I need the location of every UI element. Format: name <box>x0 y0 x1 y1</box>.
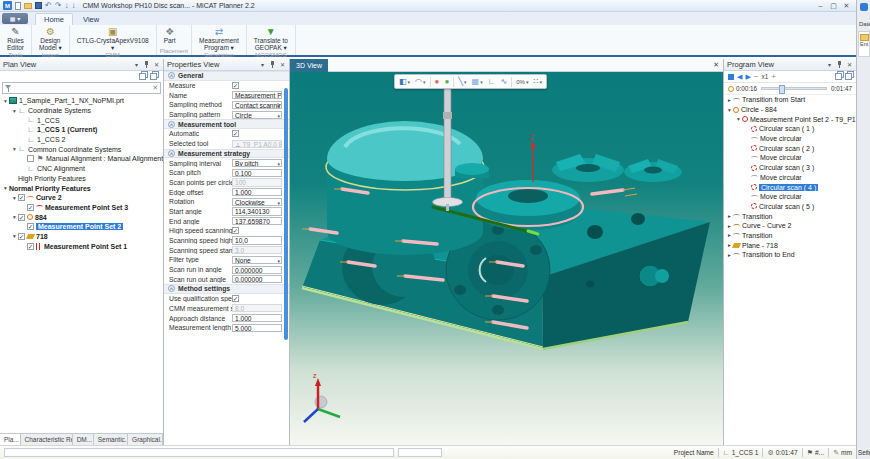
property-value-text[interactable]: 1,000 <box>232 314 282 322</box>
pin-icon[interactable] <box>836 60 843 69</box>
property-value-text[interactable]: 0,000000 <box>232 266 282 274</box>
part-button[interactable]: ❖Part <box>160 25 180 44</box>
checkbox[interactable]: ✓ <box>232 82 239 89</box>
plan-tab[interactable]: Pla... <box>0 434 21 445</box>
tree-item[interactable]: ▾✓884 <box>0 212 163 222</box>
property-value-select[interactable]: Circle▾ <box>232 111 282 119</box>
collapse-arrow-icon[interactable]: ▸ <box>726 223 733 229</box>
property-value-text[interactable]: 0,100 <box>232 169 282 177</box>
checkbox[interactable]: ✓ <box>18 233 25 240</box>
plan-tab[interactable]: Semantic... <box>94 434 128 445</box>
3d-model[interactable]: Z z <box>290 72 723 445</box>
tree-item[interactable]: Move circular <box>724 192 856 202</box>
property-value-text[interactable]: 137,659870 <box>232 217 282 225</box>
open-file-button[interactable] <box>24 3 32 9</box>
tree-item[interactable]: Move circular <box>724 173 856 183</box>
tree-item[interactable]: High Priority Features <box>0 174 163 184</box>
expand-arrow-icon[interactable]: ▾ <box>11 108 18 114</box>
arrow-down-button-2[interactable]: ↓ <box>71 2 75 10</box>
tree-item[interactable]: ▸Plane - 718 <box>724 240 856 250</box>
property-value-text[interactable]: Measurement Point Set 2 <box>232 91 282 99</box>
checkbox[interactable]: ✓ <box>27 243 34 250</box>
tree-item[interactable]: ▾∟Common Coordinate Systems <box>0 144 163 154</box>
timeline-handle[interactable] <box>779 85 785 94</box>
arrow-down-button-1[interactable]: ↓ <box>64 2 68 10</box>
tree-item[interactable]: Circular scan ( 3 ) <box>724 163 856 173</box>
checkbox[interactable]: ✓ <box>232 130 239 137</box>
tree-item[interactable]: ▾✓718 <box>0 232 163 242</box>
redo-button[interactable]: ↷ <box>55 2 62 10</box>
collapse-arrow-icon[interactable]: ▸ <box>726 213 733 219</box>
plan-tab[interactable]: DM... <box>73 434 94 445</box>
section-header[interactable]: ^Measurement tool <box>164 119 289 129</box>
tree-item[interactable]: Circular scan ( 2 ) <box>724 143 856 153</box>
checkbox[interactable]: ✓ <box>27 223 34 230</box>
minimize-button[interactable]: – <box>814 1 827 10</box>
property-value-text[interactable]: 5,000 <box>232 324 282 332</box>
tree-item[interactable]: ✓Measurement Point Set 1 <box>0 241 163 251</box>
speed-down-button[interactable]: − <box>754 73 759 81</box>
expand-arrow-icon[interactable]: ▾ <box>11 233 18 239</box>
tree-item[interactable]: ∟1_CCS 2 <box>0 135 163 145</box>
view-rotate-button[interactable]: ◠▾ <box>413 76 428 88</box>
section-header[interactable]: ^Measurement strategy <box>164 149 289 159</box>
property-value-select[interactable]: None▾ <box>232 256 282 264</box>
app-logo-icon[interactable]: M <box>3 1 12 10</box>
new-file-button[interactable] <box>15 2 21 10</box>
tree-item[interactable]: ✓Measurement Point Set 3 <box>0 203 163 213</box>
tree-item[interactable]: ▾✓Curve 2 <box>0 193 163 203</box>
measurement-program-button[interactable]: ⇄Measurement Program ▾ <box>195 25 243 51</box>
collapse-windows-icon[interactable] <box>150 73 157 80</box>
tree-item[interactable]: ⚑Manual Alignment : Manual Alignment <box>0 154 163 164</box>
tree-item[interactable]: ▸Transition <box>724 211 856 221</box>
close-icon[interactable]: ✕ <box>153 61 160 68</box>
panel-menu-icon[interactable]: ▾ <box>259 61 266 68</box>
property-value-text[interactable]: 114,340130 <box>232 207 282 215</box>
panel-menu-icon[interactable]: ▾ <box>133 61 140 68</box>
dropdown-arrow-icon[interactable]: ▾ <box>277 113 280 119</box>
tree-item[interactable]: Circular scan ( 1 ) <box>724 124 856 134</box>
cmm-machine-button[interactable]: ▣CTLG-CrystaApexV9108 ▾ <box>73 25 153 51</box>
expand-arrow-icon[interactable]: ▾ <box>735 116 742 122</box>
expand-arrow-icon[interactable]: ▾ <box>2 98 9 104</box>
coordinate-system-button[interactable]: ∟ <box>486 76 498 88</box>
tree-item[interactable]: ▾1_Sample_Part_1_NX_NoPMI.prt <box>0 96 163 106</box>
checkbox[interactable]: ✓ <box>232 227 239 234</box>
pin-icon[interactable] <box>143 60 150 69</box>
timeline-track[interactable] <box>761 87 827 90</box>
expand-windows-icon[interactable] <box>139 73 146 80</box>
expand-arrow-icon[interactable]: ▾ <box>726 107 733 113</box>
hide-element-button[interactable]: ● <box>433 76 442 88</box>
collapse-section-icon[interactable]: ^ <box>168 150 175 157</box>
close-icon[interactable]: ✕ <box>846 61 853 68</box>
dropdown-arrow-icon[interactable]: ▾ <box>277 161 280 167</box>
tree-item[interactable]: Circular scan ( 5 ) <box>724 202 856 212</box>
expand-arrow-icon[interactable]: ▾ <box>11 195 18 201</box>
3d-viewport[interactable]: ◧▾◠▾●●╲▾▦▾∟∿0%▾∷▾ <box>290 72 723 445</box>
tree-item[interactable]: Circular scan ( 4 ) <box>724 182 856 192</box>
undo-button[interactable]: ↶ <box>45 2 52 10</box>
properties-scrollbar[interactable] <box>284 88 288 340</box>
tree-item[interactable]: ∟1_CCS <box>0 115 163 125</box>
section-header[interactable]: ^General <box>164 71 289 81</box>
property-value-text[interactable]: 0,000000 <box>232 275 282 283</box>
expand-arrow-icon[interactable]: ▾ <box>11 214 18 220</box>
close-icon[interactable]: ✕ <box>279 61 286 68</box>
show-element-button[interactable]: ● <box>442 76 451 88</box>
background-app-icon[interactable] <box>860 3 868 11</box>
checkbox[interactable] <box>27 155 34 162</box>
play-button[interactable]: ▶ <box>745 73 750 81</box>
expand-arrow-icon[interactable]: ▾ <box>2 185 9 191</box>
checkbox[interactable]: ✓ <box>232 295 239 302</box>
translate-to-geopak-button[interactable]: ▼Translate to GEOPAK ▾ <box>250 25 292 51</box>
checkbox[interactable]: ✓ <box>18 214 25 221</box>
expand-arrow-icon[interactable]: ▾ <box>11 146 18 152</box>
collapse-arrow-icon[interactable]: ▸ <box>726 252 733 258</box>
tree-item[interactable]: ▸Curve - Curve 2 <box>724 221 856 231</box>
plan-tab[interactable]: Graphical... <box>128 434 163 445</box>
tree-item[interactable]: ▸Transition <box>724 231 856 241</box>
design-model-button[interactable]: ⚙Design Model ▾ <box>35 25 66 51</box>
close-button[interactable]: ✕ <box>840 1 853 10</box>
point-display-button[interactable]: ∷▾ <box>531 76 544 88</box>
collapse-section-icon[interactable]: ^ <box>168 285 175 292</box>
